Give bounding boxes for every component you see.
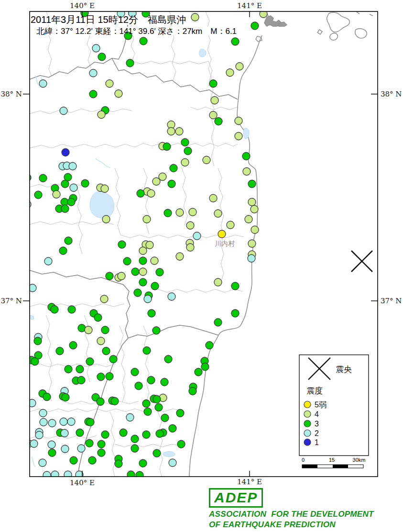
station-dot xyxy=(106,80,113,87)
station-dot xyxy=(139,247,147,255)
station-dot xyxy=(186,222,194,229)
station-dot xyxy=(34,191,42,199)
station-dot xyxy=(195,368,202,376)
station-dot xyxy=(147,376,155,384)
station-dot xyxy=(98,449,105,457)
station-dot xyxy=(61,180,69,188)
station-dot xyxy=(184,147,192,155)
station-dot xyxy=(62,149,69,156)
station-dot xyxy=(161,414,169,422)
legend-label-2: 2 xyxy=(315,429,319,437)
station-dot xyxy=(135,382,142,390)
station-dot xyxy=(164,209,172,217)
station-dot xyxy=(191,13,199,21)
scale-label-0: 0 xyxy=(302,457,305,463)
axis-left-38n: 38° N xyxy=(1,90,22,98)
legend-label-5weak: 5弱 xyxy=(315,401,327,409)
station-dot xyxy=(106,372,113,380)
station-dot xyxy=(70,184,77,192)
station-dot xyxy=(118,241,126,248)
station-dot xyxy=(97,398,104,405)
station-dot xyxy=(227,221,234,229)
station-dot xyxy=(92,44,100,52)
station-dot xyxy=(98,53,106,61)
axis-right-38n: 38° N xyxy=(381,90,402,98)
station-dot xyxy=(170,164,177,172)
station-dot xyxy=(177,440,185,448)
station-dot xyxy=(86,358,94,365)
station-dot xyxy=(31,358,39,365)
station-dot xyxy=(169,459,176,467)
station-dot xyxy=(214,210,222,217)
legend: 震央 震度 5弱 4 3 2 1 xyxy=(299,355,369,456)
station-dot xyxy=(118,272,125,280)
station-dot xyxy=(248,240,256,247)
island xyxy=(330,33,338,40)
station-dot xyxy=(226,69,234,76)
station-dot xyxy=(65,237,72,245)
station-dot xyxy=(131,435,139,443)
station-dot xyxy=(142,400,150,407)
scale-label-15: 15 xyxy=(329,457,335,463)
station-dot xyxy=(111,397,119,405)
station-dot xyxy=(102,215,110,223)
axis-right-37n: 37° N xyxy=(381,297,402,305)
station-dot xyxy=(169,425,176,432)
station-dot xyxy=(201,363,209,371)
station-dot xyxy=(218,230,226,238)
station-dot xyxy=(48,419,56,427)
rivers xyxy=(32,75,110,467)
station-dot xyxy=(89,90,97,98)
station-dot xyxy=(251,22,259,30)
station-dot xyxy=(131,268,139,276)
station-dot xyxy=(176,409,184,417)
station-dot xyxy=(140,37,147,45)
station-dot xyxy=(123,257,131,265)
station-dot xyxy=(48,441,55,448)
station-dot xyxy=(87,418,94,426)
station-dot xyxy=(153,449,161,457)
legend-swatch-4 xyxy=(304,411,311,417)
legend-swatch-2 xyxy=(304,430,311,436)
station-dot xyxy=(67,418,75,426)
station-dot xyxy=(181,159,189,166)
station-dot xyxy=(155,404,163,411)
station-dot xyxy=(126,59,134,67)
station-dot xyxy=(175,128,183,135)
station-dot xyxy=(146,241,153,249)
station-dot xyxy=(139,459,147,467)
station-dot xyxy=(56,347,64,355)
tiny-lake xyxy=(30,315,34,319)
station-dot xyxy=(127,471,135,479)
station-dot xyxy=(142,431,150,438)
station-dot xyxy=(115,90,122,97)
axis-top-141e: 141° E xyxy=(237,1,262,10)
station-dot xyxy=(136,471,143,479)
island xyxy=(370,14,373,16)
station-dot xyxy=(235,132,242,140)
scale-label-30km: 30km xyxy=(353,457,366,463)
station-dot xyxy=(65,365,72,373)
island xyxy=(357,12,359,14)
station-dot xyxy=(85,326,92,334)
station-dot xyxy=(120,429,127,436)
station-dot xyxy=(231,282,239,290)
station-dot xyxy=(164,355,172,363)
station-dot xyxy=(43,471,51,479)
station-dot xyxy=(98,440,105,448)
station-dot xyxy=(248,180,256,188)
station-dot xyxy=(248,198,256,206)
station-dot xyxy=(40,418,47,426)
station-dot xyxy=(61,445,69,453)
station-dot xyxy=(151,282,159,290)
station-dot xyxy=(77,445,85,452)
station-dot xyxy=(144,408,152,415)
station-dot xyxy=(139,278,147,286)
station-dot xyxy=(60,107,67,115)
station-dot xyxy=(143,215,151,223)
station-dot xyxy=(86,439,93,447)
axis-left-37n: 37° N xyxy=(1,297,22,305)
lake-inawashiro xyxy=(90,192,114,218)
station-dot xyxy=(101,431,109,438)
station-dot xyxy=(64,471,72,479)
